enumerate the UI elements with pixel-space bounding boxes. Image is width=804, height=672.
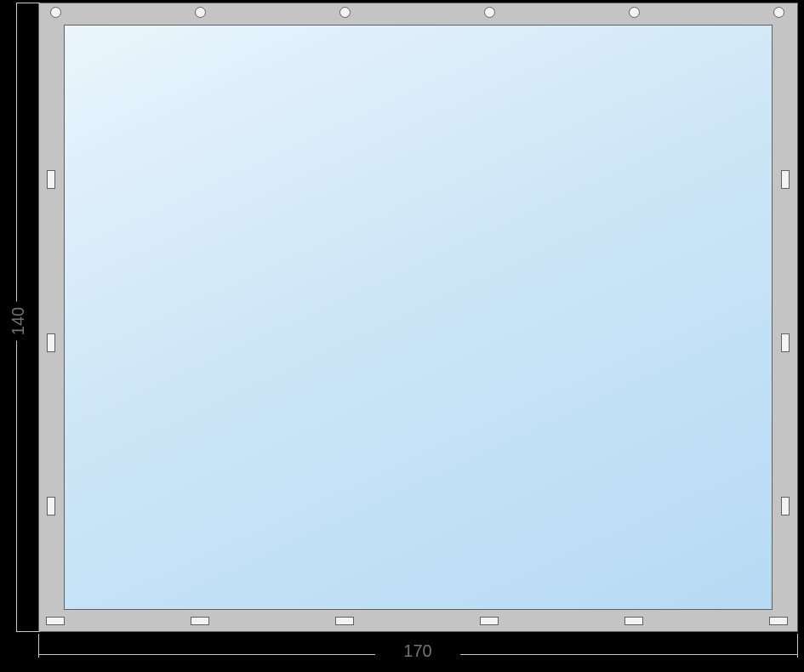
dimension-tick [16,631,40,632]
hole-icon [773,7,784,18]
slot-icon [47,170,55,189]
hole-icon [339,7,351,18]
slot-icon [480,617,499,625]
slot-icon [781,333,790,352]
slot-icon [781,497,790,515]
diagram-canvas: 170 140 [0,0,804,672]
slot-icon [335,617,354,625]
slot-icon [47,333,55,352]
slot-icon [46,617,65,625]
slot-icon [191,617,209,625]
slot-icon [769,617,788,625]
dimension-height-label: 140 [9,302,28,341]
hole-icon [195,7,206,18]
hole-icon [484,7,495,18]
slot-icon [781,170,790,189]
glass-panel [64,25,773,610]
slot-icon [624,617,643,625]
dimension-width-label: 170 [375,641,460,661]
hole-icon [50,7,61,18]
hole-icon [629,7,640,18]
dimension-tick [16,3,40,3]
slot-icon [47,497,55,515]
